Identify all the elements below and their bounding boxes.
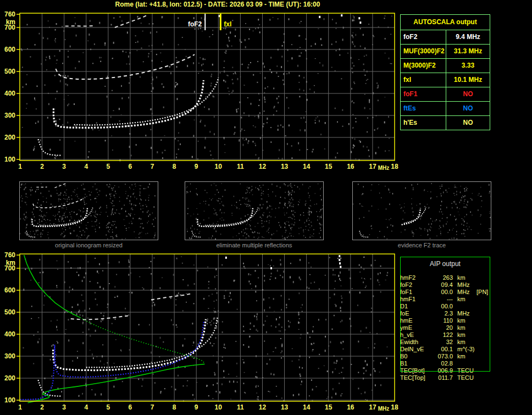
autoscala-table-rows: foF29.4 MHzMUF(3000)F231.3 MHzM(3000)F23… bbox=[401, 30, 490, 130]
aip-unit bbox=[453, 360, 475, 367]
aip-output-table: AIP output hmF2263kmfoF209.4MHzfoF100.0M… bbox=[400, 257, 490, 381]
aip-unit: TECU bbox=[453, 374, 475, 381]
svg-text:11: 11 bbox=[237, 403, 244, 411]
svg-text:16: 16 bbox=[347, 163, 354, 170]
aip-row: foF209.4MHz bbox=[400, 281, 490, 289]
svg-text:300: 300 bbox=[4, 352, 15, 360]
aip-extra bbox=[475, 303, 490, 310]
svg-text:100: 100 bbox=[4, 396, 15, 404]
aip-row: B102.8 bbox=[400, 360, 490, 367]
svg-text:760: 760 bbox=[4, 10, 15, 18]
aip-table-rows: hmF2263kmfoF209.4MHzfoF100.0MHz[PN]hmF1-… bbox=[400, 271, 490, 381]
bottom-ionogram-canvas: 760700600500400300200100km12345678910111… bbox=[0, 241, 407, 415]
svg-text:3: 3 bbox=[62, 403, 66, 411]
aip-row: foF100.0MHz[PN] bbox=[400, 289, 490, 296]
aip-extra bbox=[475, 296, 490, 303]
svg-text:6: 6 bbox=[129, 403, 132, 411]
svg-text:MHz: MHz bbox=[378, 406, 390, 412]
aip-unit: km bbox=[453, 353, 475, 360]
svg-text:17: 17 bbox=[369, 403, 376, 411]
aip-unit bbox=[453, 303, 475, 310]
aip-value: 02.8 bbox=[434, 360, 453, 367]
autoscala-parameter-label: fxI bbox=[401, 73, 446, 87]
aip-value: 110 bbox=[434, 317, 453, 324]
aip-value: 2.3 bbox=[434, 310, 453, 317]
svg-text:2: 2 bbox=[40, 163, 44, 170]
aip-unit: MHz bbox=[453, 281, 475, 289]
autoscala-row: ftEsNO bbox=[401, 102, 490, 116]
aip-label: foE bbox=[400, 310, 434, 317]
svg-text:16: 16 bbox=[347, 403, 354, 411]
thumbnail-original-ionogram bbox=[19, 181, 158, 240]
aip-label: hmF2 bbox=[400, 274, 434, 281]
aip-label: B0 bbox=[400, 353, 434, 360]
svg-text:10: 10 bbox=[215, 403, 223, 411]
svg-text:8: 8 bbox=[173, 403, 176, 411]
autoscala-parameter-value: NO bbox=[446, 116, 490, 130]
aip-value: 073.0 bbox=[434, 353, 453, 360]
aip-row: D100.0 bbox=[400, 303, 490, 310]
aip-extra bbox=[475, 353, 490, 360]
svg-text:fxI: fxI bbox=[224, 20, 231, 28]
aip-unit: km bbox=[453, 296, 475, 303]
svg-text:100: 100 bbox=[4, 156, 15, 163]
autoscala-parameter-label: foF2 bbox=[401, 30, 446, 44]
svg-text:2: 2 bbox=[40, 403, 44, 411]
svg-text:18: 18 bbox=[391, 163, 398, 170]
aip-label: hmE bbox=[400, 317, 434, 324]
aip-extra bbox=[475, 281, 490, 289]
aip-table-header: AIP output bbox=[400, 257, 490, 271]
aip-value: 263 bbox=[434, 274, 453, 281]
top-ionogram-plot: foF2fxI760700600500400300200100km1234567… bbox=[0, 0, 407, 175]
autoscala-parameter-value: NO bbox=[446, 87, 490, 101]
aip-value: 006.9 bbox=[434, 367, 453, 374]
thumbnail-eliminate-reflections bbox=[185, 181, 324, 240]
aip-extra bbox=[475, 360, 490, 367]
svg-text:1: 1 bbox=[18, 163, 22, 170]
svg-text:13: 13 bbox=[281, 403, 289, 411]
aip-label: D1 bbox=[400, 303, 434, 310]
svg-text:500: 500 bbox=[4, 68, 15, 75]
aip-label: ymE bbox=[400, 324, 434, 331]
aip-value: 011.7 bbox=[434, 374, 453, 381]
aip-unit: km bbox=[453, 274, 475, 281]
svg-text:7: 7 bbox=[151, 163, 154, 170]
autoscala-row: foF1NO bbox=[401, 87, 490, 102]
thumbnail-evidence-f2 bbox=[352, 181, 491, 240]
aip-label: hmF1 bbox=[400, 296, 434, 303]
aip-unit: km bbox=[453, 339, 475, 346]
aip-unit: m^(-3) bbox=[453, 346, 475, 353]
autoscala-parameter-value: 9.4 MHz bbox=[446, 30, 490, 44]
aip-value: 00.1 bbox=[434, 346, 453, 353]
autoscala-parameter-label: ftEs bbox=[401, 102, 446, 115]
svg-text:1: 1 bbox=[18, 403, 22, 411]
svg-text:15: 15 bbox=[325, 163, 332, 170]
autoscala-parameter-value: 3.33 bbox=[446, 59, 490, 73]
aip-unit: km bbox=[453, 317, 475, 324]
autoscala-parameter-label: h'Es bbox=[401, 116, 446, 130]
aip-label: TEC[Bot] bbox=[400, 367, 434, 374]
svg-text:10: 10 bbox=[215, 163, 223, 170]
autoscala-parameter-value: 31.3 MHz bbox=[446, 45, 490, 58]
aip-row: ymE20km bbox=[400, 324, 490, 331]
aip-row: hmE110km bbox=[400, 317, 490, 324]
aip-label: foF2 bbox=[400, 281, 434, 289]
aip-row: Ewidth32km bbox=[400, 339, 490, 346]
aip-extra: [PN] bbox=[475, 289, 490, 296]
autoscala-table-header: AUTOSCALA output bbox=[401, 15, 490, 30]
svg-text:18: 18 bbox=[391, 403, 398, 411]
svg-text:15: 15 bbox=[325, 403, 332, 411]
aip-label: h_vE bbox=[400, 331, 434, 339]
svg-text:7: 7 bbox=[151, 403, 154, 411]
autoscala-parameter-label: M(3000)F2 bbox=[401, 59, 446, 73]
svg-text:14: 14 bbox=[303, 163, 311, 170]
svg-text:14: 14 bbox=[303, 403, 311, 411]
svg-text:4: 4 bbox=[84, 163, 88, 170]
aip-value: 00.0 bbox=[434, 289, 453, 296]
aip-value: 00.0 bbox=[434, 303, 453, 310]
svg-text:km: km bbox=[6, 259, 15, 267]
svg-text:500: 500 bbox=[4, 308, 15, 316]
aip-unit: TECU bbox=[453, 367, 475, 374]
svg-text:5: 5 bbox=[107, 163, 110, 170]
autoscala-app-window: Rome (lat: +41.8, lon: 012.5) - DATE: 20… bbox=[0, 0, 532, 415]
